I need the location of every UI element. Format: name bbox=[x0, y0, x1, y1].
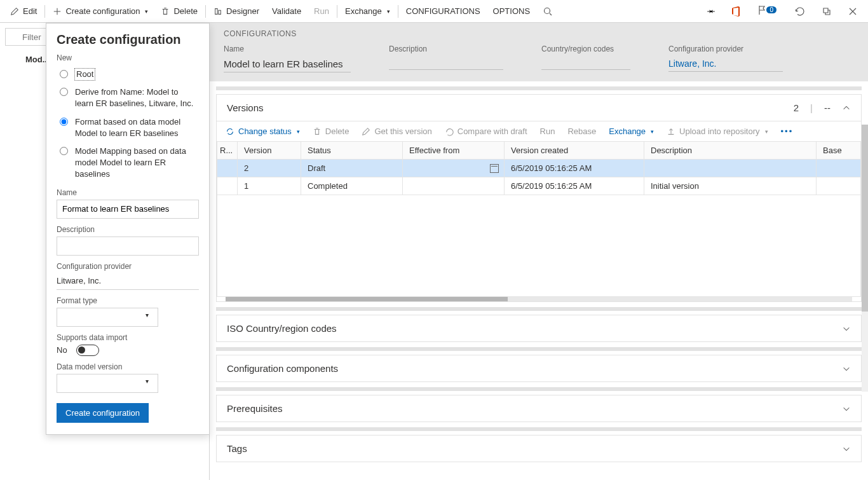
chevron-down-icon bbox=[842, 324, 851, 333]
format-type-select[interactable] bbox=[57, 308, 158, 327]
rebase-button[interactable]: Rebase bbox=[567, 127, 596, 136]
edit-label: Edit bbox=[23, 6, 37, 16]
create-configuration-button[interactable]: Create configuration ▾ bbox=[46, 0, 154, 22]
versions-run-button[interactable]: Run bbox=[540, 127, 555, 136]
data-model-version-label: Data model version bbox=[57, 362, 199, 371]
delete-label: Delete bbox=[173, 6, 198, 16]
table-row[interactable]: 1Completed6/5/2019 05:16:25 AMInitial ve… bbox=[217, 177, 861, 195]
validate-button[interactable]: Validate bbox=[266, 0, 308, 22]
upload-button[interactable]: Upload into repository▾ bbox=[667, 127, 768, 136]
refresh-icon[interactable] bbox=[794, 6, 806, 17]
create-configuration-submit[interactable]: Create configuration bbox=[57, 403, 149, 423]
notification-count: 0 bbox=[766, 6, 776, 13]
col-base[interactable]: Base bbox=[817, 142, 861, 160]
versions-delete-button[interactable]: Delete bbox=[313, 127, 349, 136]
radio-format-label: Format based on data model Model to lear… bbox=[75, 116, 199, 139]
new-section-label: New bbox=[57, 53, 199, 62]
calendar-icon[interactable] bbox=[490, 164, 499, 173]
table-row[interactable]: 2Draft6/5/2019 05:16:25 AM bbox=[217, 160, 861, 177]
office-icon[interactable] bbox=[731, 6, 742, 17]
radio-derive[interactable]: Derive from Name: Model to learn ER base… bbox=[57, 86, 199, 109]
create-config-label: Create configuration bbox=[65, 6, 140, 16]
config-country-label: Country/region codes bbox=[541, 45, 630, 53]
col-status[interactable]: Status bbox=[301, 142, 403, 160]
data-model-version-select[interactable] bbox=[57, 374, 158, 393]
exchange-label: Exchange bbox=[345, 6, 382, 16]
tags-panel-header[interactable]: Tags bbox=[217, 435, 861, 462]
supports-import-value: No bbox=[57, 345, 67, 355]
chevron-down-icon bbox=[842, 364, 851, 373]
table-scrollbar[interactable] bbox=[226, 297, 852, 301]
config-country-value bbox=[541, 56, 630, 70]
versions-exchange-button[interactable]: Exchange▾ bbox=[609, 127, 654, 136]
notification-button[interactable]: 0 bbox=[757, 4, 779, 18]
name-input[interactable] bbox=[57, 200, 199, 219]
get-version-button[interactable]: Get this version bbox=[362, 127, 431, 136]
provider-label: Configuration provider bbox=[57, 262, 199, 271]
radio-mapping[interactable]: Model Mapping based on data model Model … bbox=[57, 146, 199, 181]
dropdown-title: Create configuration bbox=[57, 32, 199, 47]
popout-icon[interactable] bbox=[821, 6, 832, 17]
flag-icon bbox=[757, 4, 767, 16]
configurations-tab[interactable]: CONFIGURATIONS bbox=[400, 0, 487, 22]
versions-table: R... Version Status Effective from Versi… bbox=[217, 141, 861, 195]
supports-import-label: Supports data import bbox=[57, 333, 199, 342]
edit-icon bbox=[362, 127, 370, 136]
iso-panel-header[interactable]: ISO Country/region codes bbox=[217, 315, 861, 341]
col-version[interactable]: Version bbox=[238, 142, 301, 160]
search-button[interactable] bbox=[536, 0, 559, 22]
pencil-icon bbox=[10, 7, 19, 16]
exchange-button[interactable]: Exchange▾ bbox=[339, 0, 397, 22]
iso-title: ISO Country/region codes bbox=[227, 323, 337, 334]
col-effective[interactable]: Effective from bbox=[403, 142, 505, 160]
provider-value: Litware, Inc. bbox=[57, 273, 199, 290]
designer-icon bbox=[214, 7, 222, 16]
config-provider-value[interactable]: Litware, Inc. bbox=[668, 56, 783, 72]
config-description-value bbox=[389, 56, 503, 70]
run-label: Run bbox=[314, 6, 329, 16]
components-panel: Configuration components bbox=[216, 355, 862, 382]
connector-icon[interactable] bbox=[706, 8, 716, 15]
designer-label: Designer bbox=[226, 6, 259, 16]
tags-panel: Tags bbox=[216, 435, 862, 462]
run-button[interactable]: Run bbox=[308, 0, 336, 22]
cycle-icon bbox=[226, 127, 234, 136]
delete-button[interactable]: Delete bbox=[154, 0, 204, 22]
col-description[interactable]: Description bbox=[644, 142, 817, 160]
config-name-value: Model to learn ER baselines bbox=[224, 56, 351, 72]
chevron-down-icon: ▾ bbox=[387, 8, 390, 15]
configurations-label: CONFIGURATIONS bbox=[406, 6, 480, 16]
more-button[interactable]: ••• bbox=[781, 127, 794, 136]
edit-button[interactable]: Edit bbox=[4, 0, 43, 22]
col-created[interactable]: Version created bbox=[505, 142, 644, 160]
col-row[interactable]: R... bbox=[217, 142, 238, 160]
upload-icon bbox=[667, 127, 675, 136]
chevron-down-icon bbox=[842, 444, 851, 453]
close-icon[interactable] bbox=[848, 6, 858, 17]
radio-mapping-label: Model Mapping based on data model Model … bbox=[75, 146, 199, 181]
versions-panel-header[interactable]: Versions 2 | -- bbox=[217, 95, 861, 121]
refresh-icon bbox=[445, 127, 454, 136]
prereq-panel-header[interactable]: Prerequisites bbox=[217, 395, 861, 422]
format-type-label: Format type bbox=[57, 296, 199, 305]
change-status-button[interactable]: Change status▾ bbox=[226, 127, 300, 136]
create-configuration-dropdown: Create configuration New Root Derive fro… bbox=[46, 23, 210, 435]
radio-root[interactable]: Root bbox=[57, 69, 199, 80]
supports-import-toggle[interactable] bbox=[76, 345, 99, 356]
components-panel-header[interactable]: Configuration components bbox=[217, 355, 861, 381]
description-input[interactable] bbox=[57, 237, 199, 256]
components-title: Configuration components bbox=[227, 363, 338, 374]
configurations-section: CONFIGURATIONS Name Model to learn ER ba… bbox=[210, 23, 868, 81]
options-label: OPTIONS bbox=[493, 6, 531, 16]
trash-icon bbox=[161, 7, 170, 16]
validate-label: Validate bbox=[272, 6, 301, 16]
options-tab[interactable]: OPTIONS bbox=[487, 0, 537, 22]
prereq-panel: Prerequisites bbox=[216, 395, 862, 422]
radio-format[interactable]: Format based on data model Model to lear… bbox=[57, 116, 199, 139]
prereq-title: Prerequisites bbox=[227, 403, 283, 414]
designer-button[interactable]: Designer bbox=[207, 0, 266, 22]
compare-button[interactable]: Compare with draft bbox=[445, 127, 527, 136]
vertical-scrollbar[interactable] bbox=[862, 125, 868, 392]
versions-dash: -- bbox=[824, 102, 831, 113]
config-provider-label: Configuration provider bbox=[668, 45, 783, 53]
